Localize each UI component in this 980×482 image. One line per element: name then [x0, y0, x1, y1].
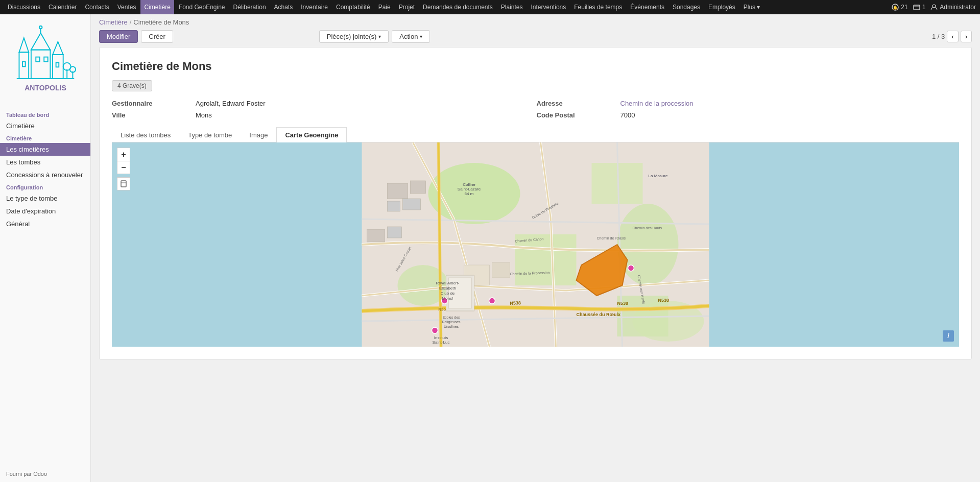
map-bookmark[interactable] [117, 177, 130, 190]
sidebar-item-date-expiration[interactable]: Date d'expiration [0, 205, 90, 218]
adresse-value[interactable]: Chemin de la procession [620, 100, 960, 107]
svg-text:Club de: Club de [441, 291, 455, 296]
svg-rect-2 [914, 5, 920, 10]
nav-comptabilite[interactable]: Comptabilité [332, 0, 374, 14]
top-nav-right: 🔔 21 1 Administrator [892, 4, 976, 11]
svg-text:Saint-Luc: Saint-Luc [433, 340, 450, 345]
map-zoom-out[interactable]: − [117, 161, 130, 174]
tab-image[interactable]: Image [241, 127, 276, 142]
svg-point-11 [39, 26, 42, 29]
nav-inventaire[interactable]: Inventaire [297, 0, 331, 14]
nav-cimetiere[interactable]: Cimetière [140, 0, 174, 14]
nav-achats[interactable]: Achats [271, 0, 297, 14]
nav-feuilles[interactable]: Feuilles de temps [570, 0, 626, 14]
nav-paie[interactable]: Paie [375, 0, 394, 14]
nav-evenements[interactable]: Événements [627, 0, 668, 14]
svg-text:N538: N538 [510, 300, 521, 306]
pagination-prev[interactable]: ‹ [947, 31, 958, 42]
svg-rect-13 [44, 57, 48, 61]
tab-type-tombe[interactable]: Type de tombe [179, 127, 241, 142]
svg-text:ANTOPOLIS: ANTOPOLIS [25, 84, 66, 92]
sidebar-logo: ANTOPOLIS [0, 14, 90, 109]
sidebar-item-type-tombe[interactable]: Le type de tombe [0, 192, 90, 205]
sidebar-item-les-cimetieres[interactable]: Les cimetières [0, 143, 90, 156]
nav-deliberation[interactable]: Déliberation [230, 0, 270, 14]
svg-rect-33 [388, 183, 408, 199]
svg-text:🔔: 🔔 [893, 5, 898, 10]
map-zoom-in[interactable]: + [117, 148, 130, 161]
attachments-caret: ▾ [378, 34, 381, 39]
create-button[interactable]: Créer [141, 30, 173, 43]
nav-demandes[interactable]: Demandes de documents [419, 0, 496, 14]
svg-text:Élisabeth: Élisabeth [439, 286, 456, 291]
action-button[interactable]: Action ▾ [392, 30, 430, 43]
breadcrumb-parent[interactable]: Cimetière [99, 18, 128, 26]
breadcrumb-row: Cimetière / Cimetière de Mons [91, 14, 980, 30]
sidebar-section-config: Configuration [0, 181, 90, 192]
svg-text:N538: N538 [658, 298, 670, 303]
tabs-bar: Liste des tombes Type de tombe Image Car… [112, 127, 959, 142]
notifications[interactable]: 🔔 21 [892, 4, 907, 11]
sidebar-item-les-tombes[interactable]: Les tombes [0, 156, 90, 168]
graves-badge[interactable]: 4 Grave(s) [112, 80, 152, 91]
form-card: Cimetière de Mons 4 Grave(s) Gestionnair… [99, 47, 972, 359]
nav-fond-geoengine[interactable]: Fond GeoEngine [175, 0, 229, 14]
nav-plaintes[interactable]: Plaintes [497, 0, 527, 14]
main-layout: ANTOPOLIS Tableau de bord Cimetière Cime… [0, 14, 980, 482]
svg-rect-5 [19, 52, 29, 79]
map-zoom-controls: + − [117, 148, 130, 190]
gestionnaire-label: Gestionnaire [112, 100, 194, 107]
nav-employes[interactable]: Employés [705, 0, 739, 14]
pagination-info: 1 / 3 [932, 33, 945, 40]
nav-discussions[interactable]: Discussions [4, 0, 44, 14]
svg-text:Chemin des Hauts: Chemin des Hauts [633, 226, 662, 230]
svg-text:Chaussée du Rœulx: Chaussée du Rœulx [577, 312, 621, 317]
map-container: + − [112, 142, 959, 347]
nav-calendrier[interactable]: Calendrier [45, 0, 80, 14]
nav-ventes[interactable]: Ventes [114, 0, 140, 14]
action-caret: ▾ [420, 34, 422, 39]
map-info-button[interactable]: i [943, 330, 954, 342]
pagination: 1 / 3 ‹ › [932, 31, 972, 42]
svg-marker-6 [19, 38, 29, 52]
attachments-button[interactable]: Pièce(s) jointe(s) ▾ [319, 30, 389, 43]
svg-text:R50: R50 [438, 307, 446, 312]
code-postal-value: 7000 [620, 111, 960, 119]
sidebar-item-cimetiere-dashboard[interactable]: Cimetière [0, 119, 90, 132]
fields-grid: Gestionnaire Agrolaît, Edward Foster Adr… [112, 100, 959, 119]
svg-point-28 [617, 204, 679, 285]
map-svg: N538 N538 Chaussée du Rœulx N538 Royal A… [112, 142, 959, 347]
code-postal-label: Code Postal [537, 111, 618, 119]
sidebar-section-tableau: Tableau de bord [0, 109, 90, 119]
svg-text:64 m: 64 m [465, 191, 474, 196]
tab-liste-tombes[interactable]: Liste des tombes [112, 127, 179, 142]
svg-rect-23 [121, 181, 126, 187]
breadcrumb-separator: / [130, 18, 132, 26]
pagination-next[interactable]: › [961, 31, 972, 42]
user-menu[interactable]: Administrator [930, 4, 976, 11]
svg-rect-35 [388, 201, 400, 211]
tab-carte-geoengine[interactable]: Carte Geoengine [276, 127, 347, 142]
toolbar: Modifier Créer Pièce(s) jointe(s) ▾ Acti… [91, 30, 980, 47]
svg-text:Religieuses: Religieuses [442, 320, 461, 324]
svg-text:Saint-Lazare: Saint-Lazare [458, 187, 481, 191]
svg-rect-12 [36, 57, 40, 61]
sidebar-item-concessions[interactable]: Concessions à renouveler [0, 168, 90, 181]
nav-sondages[interactable]: Sondages [669, 0, 704, 14]
svg-rect-16 [56, 62, 59, 66]
adresse-link[interactable]: Chemin de la procession [620, 100, 694, 107]
ville-label: Ville [112, 111, 194, 119]
svg-rect-37 [367, 229, 385, 242]
svg-point-26 [428, 163, 520, 224]
nav-interventions[interactable]: Interventions [528, 0, 570, 14]
svg-rect-36 [403, 199, 421, 210]
nav-contacts[interactable]: Contacts [81, 0, 112, 14]
sidebar-item-general[interactable]: Général [0, 218, 90, 230]
nav-plus[interactable]: Plus ▾ [740, 0, 764, 14]
nav-projet[interactable]: Projet [395, 0, 418, 14]
modify-button[interactable]: Modifier [99, 30, 138, 43]
svg-point-46 [432, 327, 438, 333]
svg-text:Colline: Colline [463, 182, 475, 187]
breadcrumb-current: Cimetière de Mons [133, 18, 189, 26]
messages[interactable]: 1 [913, 4, 926, 11]
